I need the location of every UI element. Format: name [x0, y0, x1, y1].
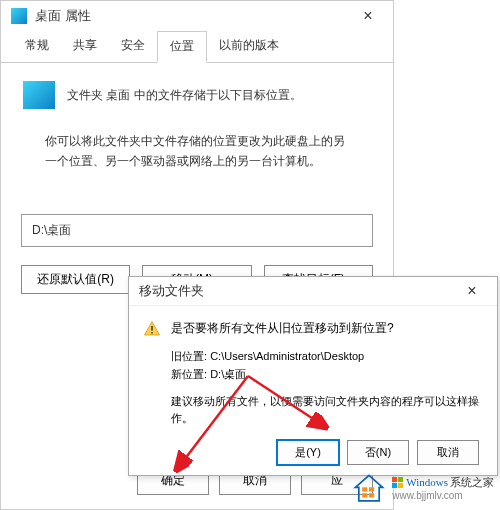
watermark-brand: Windows — [406, 476, 448, 490]
watermark: Windows 系统之家 www.bjjmlv.com — [352, 472, 494, 506]
svg-rect-5 — [369, 487, 374, 491]
move-folder-dialog: 移动文件夹 × 是否要将所有文件从旧位置移动到新位置? 旧位置: C:\User… — [128, 276, 498, 476]
close-icon[interactable]: × — [353, 7, 383, 25]
svg-rect-7 — [369, 493, 374, 497]
window-title: 桌面 属性 — [35, 7, 353, 25]
svg-rect-11 — [398, 483, 403, 488]
dialog-advice: 建议移动所有文件，以便需要访问文件夹内容的程序可以这样操作。 — [171, 393, 483, 426]
svg-rect-10 — [392, 483, 397, 488]
tab-previous-versions[interactable]: 以前的版本 — [207, 31, 291, 62]
old-path-value: C:\Users\Administrator\Desktop — [210, 350, 364, 362]
watermark-name: 系统之家 — [450, 476, 494, 490]
watermark-url: www.bjjmlv.com — [392, 490, 494, 503]
old-path-label: 旧位置: — [171, 350, 210, 362]
content-area: 文件夹 桌面 中的文件存储于以下目标位置。 你可以将此文件夹中文件存储的位置更改… — [1, 63, 393, 206]
svg-rect-9 — [398, 477, 403, 482]
svg-rect-0 — [151, 326, 153, 331]
svg-rect-4 — [362, 487, 367, 491]
new-path-value: D:\桌面 — [210, 368, 246, 380]
svg-rect-6 — [362, 493, 367, 497]
dialog-close-icon[interactable]: × — [457, 282, 487, 300]
folder-icon — [11, 8, 27, 24]
watermark-text: Windows 系统之家 www.bjjmlv.com — [392, 476, 494, 502]
titlebar: 桌面 属性 × — [1, 1, 393, 31]
svg-rect-1 — [151, 332, 153, 334]
tab-location[interactable]: 位置 — [157, 31, 207, 63]
new-path-label: 新位置: — [171, 368, 210, 380]
dialog-title: 移动文件夹 — [139, 282, 457, 300]
dialog-titlebar: 移动文件夹 × — [129, 277, 497, 306]
windows-logo-icon — [392, 477, 404, 489]
location-folder-icon — [23, 81, 55, 109]
dialog-question: 是否要将所有文件从旧位置移动到新位置? — [171, 320, 483, 337]
tab-general[interactable]: 常规 — [13, 31, 61, 62]
house-logo-icon — [352, 472, 386, 506]
svg-rect-8 — [392, 477, 397, 482]
dialog-buttons: 是(Y) 否(N) 取消 — [143, 440, 483, 465]
yes-button[interactable]: 是(Y) — [277, 440, 339, 465]
tab-security[interactable]: 安全 — [109, 31, 157, 62]
no-button[interactable]: 否(N) — [347, 440, 409, 465]
tab-sharing[interactable]: 共享 — [61, 31, 109, 62]
description-text: 文件夹 桌面 中的文件存储于以下目标位置。 — [67, 87, 302, 104]
restore-default-button[interactable]: 还原默认值(R) — [21, 265, 130, 294]
path-input[interactable]: D:\桌面 — [21, 214, 373, 247]
warning-icon — [143, 320, 161, 338]
dialog-cancel-button[interactable]: 取消 — [417, 440, 479, 465]
tabs: 常规 共享 安全 位置 以前的版本 — [1, 31, 393, 63]
path-info: 旧位置: C:\Users\Administrator\Desktop 新位置:… — [171, 348, 483, 383]
dialog-body: 是否要将所有文件从旧位置移动到新位置? 旧位置: C:\Users\Admini… — [129, 306, 497, 475]
info-text: 你可以将此文件夹中文件存储的位置更改为此硬盘上的另一个位置、另一个驱动器或网络上… — [45, 131, 349, 172]
